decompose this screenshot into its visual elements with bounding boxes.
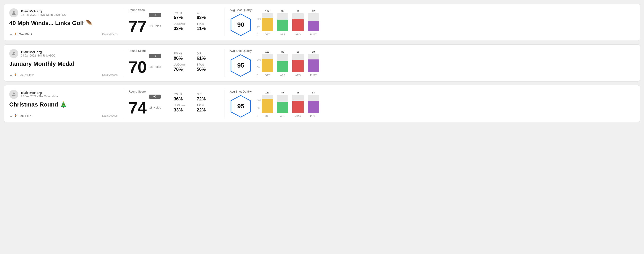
- bar-group-putt: 99 PUTT: [308, 50, 319, 77]
- updown-label: Up/Down: [174, 22, 190, 25]
- svg-point-4: [13, 93, 15, 94]
- stat-row-top: FW Hit 86% GIR 61%: [174, 52, 219, 61]
- hexagon: 95: [230, 95, 251, 118]
- user-info: Blair McHarg 27 Dec 2021 · The Oxfordshi…: [21, 91, 58, 98]
- user-name: Blair McHarg: [21, 9, 66, 13]
- updown-value: 33%: [174, 107, 190, 113]
- user-header: Blair McHarg 29 Jan 2022 · Mill Ride GCC: [9, 49, 118, 58]
- date-course: 27 Dec 2021 · The Oxfordshire: [21, 95, 58, 98]
- score-label: Round Score: [128, 49, 174, 52]
- fw-hit-label: FW Hit: [174, 52, 190, 55]
- stat-gir: GIR 61%: [197, 52, 212, 61]
- quality-label: Avg Shot Quality: [230, 49, 252, 52]
- score-number: 74: [128, 100, 146, 116]
- score-badge: +5: [149, 13, 161, 17]
- bag-icon: 🏌: [14, 73, 18, 77]
- stat-row-top: FW Hit 36% GIR 72%: [174, 93, 219, 102]
- card-footer: ☁ 🏌 Tee: Blue Data: Arccos: [9, 114, 118, 118]
- score-holes: 18 Holes: [149, 24, 161, 28]
- bar-group-ott: 107 OTT: [262, 10, 273, 36]
- score-holes: 18 Holes: [149, 65, 161, 68]
- stat-oneputt: 1 Putt 56%: [197, 63, 212, 72]
- bar-group-arg: 98 ARG: [292, 10, 304, 36]
- quality-container: Avg Shot Quality 95: [230, 90, 252, 118]
- tee-label: Tee: Blue: [19, 114, 31, 118]
- bag-icon: 🏌: [14, 32, 18, 36]
- stat-gir: GIR 83%: [197, 11, 212, 20]
- quality-score: 90: [237, 21, 244, 28]
- quality-label: Avg Shot Quality: [230, 90, 252, 93]
- user-info: Blair McHarg 29 Jan 2022 · Mill Ride GCC: [21, 50, 55, 57]
- gir-value: 83%: [197, 15, 212, 20]
- fw-hit-label: FW Hit: [174, 93, 190, 96]
- quality-score: 95: [237, 62, 244, 69]
- date-course: 12 Feb 2022 · Royal North Devon GC: [21, 13, 66, 16]
- card-left: Blair McHarg 29 Jan 2022 · Mill Ride GCC…: [9, 49, 118, 77]
- stat-updown: Up/Down 33%: [174, 22, 190, 31]
- card-score: Round Score 77 +5 18 Holes: [128, 8, 174, 36]
- stat-row-bottom: Up/Down 33% 1 Putt 11%: [174, 22, 219, 31]
- score-main: 74 +2 18 Holes: [128, 95, 174, 116]
- oneputt-label: 1 Putt: [197, 22, 212, 25]
- fw-hit-label: FW Hit: [174, 11, 190, 14]
- score-main: 70 -2 18 Holes: [128, 54, 174, 75]
- user-info: Blair McHarg 12 Feb 2022 · Royal North D…: [21, 9, 66, 16]
- weather-icon: ☁: [9, 32, 12, 36]
- stat-gir: GIR 72%: [197, 93, 212, 102]
- svg-point-0: [13, 11, 15, 13]
- card-score: Round Score 74 +2 18 Holes: [128, 90, 174, 118]
- divider-2: [224, 49, 224, 77]
- stat-fw-hit: FW Hit 86%: [174, 52, 190, 61]
- card-quality: Avg Shot Quality 90 100 50 0 107 OTT: [230, 8, 635, 36]
- divider-1: [123, 90, 123, 118]
- gir-label: GIR: [197, 52, 212, 55]
- divider-2: [224, 90, 224, 118]
- stat-fw-hit: FW Hit 57%: [174, 11, 190, 20]
- bar-group-ott: 110 OTT: [262, 91, 273, 117]
- bar-group-app: 95 APP: [277, 10, 288, 36]
- user-header: Blair McHarg 12 Feb 2022 · Royal North D…: [9, 8, 118, 17]
- quality-score: 95: [237, 103, 244, 110]
- stat-updown: Up/Down 78%: [174, 63, 190, 72]
- score-main: 77 +5 18 Holes: [128, 13, 174, 34]
- score-badge: -2: [149, 54, 161, 58]
- avatar: [9, 49, 18, 58]
- bar-group-arg: 96 ARG: [292, 50, 304, 77]
- oneputt-value: 11%: [197, 26, 212, 31]
- stat-row-top: FW Hit 57% GIR 83%: [174, 11, 219, 20]
- fw-hit-value: 86%: [174, 56, 190, 61]
- round-card-round1: Blair McHarg 12 Feb 2022 · Royal North D…: [4, 3, 640, 41]
- user-name: Blair McHarg: [21, 50, 55, 54]
- updown-value: 33%: [174, 26, 190, 31]
- card-quality: Avg Shot Quality 95 100 50 0 101 OTT: [230, 49, 635, 77]
- weather-icon: ☁: [9, 73, 12, 77]
- oneputt-value: 56%: [197, 67, 212, 72]
- svg-point-2: [13, 52, 15, 54]
- round-title: 40 Mph Winds... Links Golf 🪶: [9, 20, 118, 26]
- user-header: Blair McHarg 27 Dec 2021 · The Oxfordshi…: [9, 90, 118, 99]
- data-source: Data: Arccos: [102, 33, 118, 36]
- gir-label: GIR: [197, 93, 212, 96]
- stat-oneputt: 1 Putt 22%: [197, 104, 212, 113]
- bar-group-app: 87 APP: [277, 91, 288, 117]
- card-stats: FW Hit 86% GIR 61% Up/Down 78% 1 Putt 56…: [174, 49, 219, 77]
- card-stats: FW Hit 57% GIR 83% Up/Down 33% 1 Putt 11…: [174, 8, 219, 36]
- gir-value: 72%: [197, 96, 212, 102]
- card-left: Blair McHarg 27 Dec 2021 · The Oxfordshi…: [9, 90, 118, 118]
- fw-hit-value: 57%: [174, 15, 190, 20]
- updown-value: 78%: [174, 67, 190, 72]
- hexagon: 95: [230, 54, 251, 77]
- bar-chart: 100 50 0 101 OTT 86 APP 96: [257, 50, 635, 77]
- oneputt-value: 22%: [197, 107, 212, 113]
- card-footer: ☁ 🏌 Tee: Yellow Data: Arccos: [9, 73, 118, 77]
- tee-label: Tee: Black: [19, 33, 32, 36]
- bar-group-app: 86 APP: [277, 50, 288, 77]
- bar-group-ott: 101 OTT: [262, 50, 273, 77]
- gir-value: 61%: [197, 56, 212, 61]
- bar-chart: 100 50 0 107 OTT 95 APP 98: [257, 9, 635, 36]
- divider-1: [123, 8, 123, 36]
- oneputt-label: 1 Putt: [197, 63, 212, 66]
- round-card-round3: Blair McHarg 27 Dec 2021 · The Oxfordshi…: [4, 85, 640, 122]
- date-course: 29 Jan 2022 · Mill Ride GCC: [21, 54, 55, 57]
- tee-info: ☁ 🏌 Tee: Black: [9, 32, 32, 36]
